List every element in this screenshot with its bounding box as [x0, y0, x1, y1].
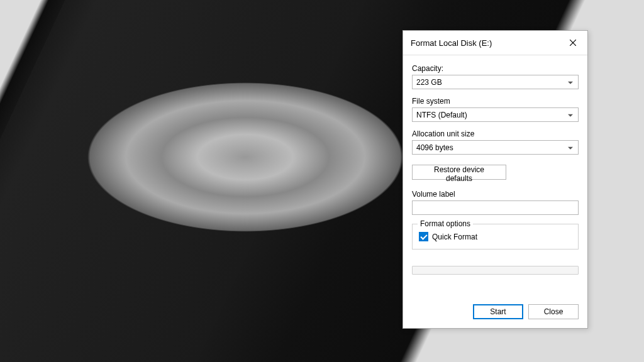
allocation-label: Allocation unit size	[412, 129, 579, 138]
volume-label-input[interactable]	[412, 200, 579, 215]
filesystem-value: NTFS (Default)	[416, 111, 467, 119]
format-options-group: Format options Quick Format	[412, 224, 579, 250]
dialog-title: Format Local Disk (E:)	[411, 38, 492, 48]
close-icon	[570, 40, 576, 46]
close-button[interactable]: Close	[528, 304, 579, 319]
filesystem-label: File system	[412, 97, 579, 106]
format-dialog: Format Local Disk (E:) Capacity: 223 GB …	[402, 30, 588, 329]
restore-defaults-button[interactable]: Restore device defaults	[412, 165, 506, 180]
allocation-value: 4096 bytes	[416, 143, 453, 152]
start-button[interactable]: Start	[473, 304, 523, 319]
quick-format-checkbox[interactable]	[419, 232, 428, 241]
format-options-legend: Format options	[418, 219, 473, 228]
quick-format-label[interactable]: Quick Format	[432, 233, 477, 241]
filesystem-dropdown[interactable]: NTFS (Default)	[412, 107, 579, 122]
titlebar-close-button[interactable]	[565, 36, 581, 50]
volume-label-label: Volume label	[412, 190, 579, 199]
capacity-label: Capacity:	[412, 64, 579, 73]
allocation-dropdown[interactable]: 4096 bytes	[412, 140, 579, 155]
dialog-button-row: Start Close	[403, 294, 587, 328]
dialog-content: Capacity: 223 GB File system NTFS (Defau…	[403, 55, 587, 294]
titlebar: Format Local Disk (E:)	[403, 31, 587, 55]
capacity-value: 223 GB	[416, 78, 442, 87]
quick-format-row: Quick Format	[419, 232, 572, 241]
format-progress-bar	[412, 266, 579, 275]
capacity-dropdown[interactable]: 223 GB	[412, 75, 579, 89]
